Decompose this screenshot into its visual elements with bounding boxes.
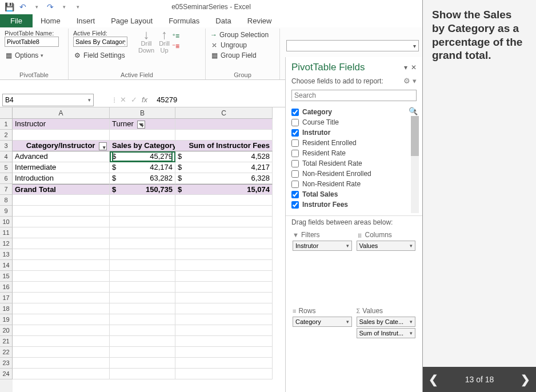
row-header-16[interactable]: 16	[0, 282, 13, 293]
cell-B10[interactable]	[110, 217, 175, 227]
row-header-19[interactable]: 19	[0, 314, 13, 325]
area-values[interactable]: ΣValues Sales by Cate...▾Sum of Instrut.…	[354, 305, 418, 392]
cell-A8[interactable]	[13, 195, 110, 206]
formula-input[interactable]	[152, 95, 253, 104]
pivot-fields-gear-icon[interactable]: ⚙ ▾	[403, 77, 417, 85]
tab-home[interactable]: Home	[33, 14, 69, 27]
row-header-24[interactable]: 24	[0, 369, 13, 379]
cell-B18[interactable]	[110, 303, 175, 314]
field-checkbox-5[interactable]	[291, 160, 299, 167]
cell-B9[interactable]	[110, 206, 175, 217]
field-item-4[interactable]: Resident Rate	[291, 148, 409, 158]
undo-icon[interactable]: ↶	[17, 1, 29, 13]
cell-B17[interactable]	[110, 293, 175, 303]
cell-A12[interactable]	[13, 238, 110, 249]
area-values-chip-0[interactable]: Sales by Cate...▾	[357, 317, 416, 327]
row-header-15[interactable]: 15	[0, 271, 13, 282]
cell-C22[interactable]	[175, 347, 273, 358]
tab-insert[interactable]: Insert	[69, 14, 103, 27]
active-field-input[interactable]	[73, 37, 127, 47]
cell-C12[interactable]	[175, 238, 273, 249]
expand-field-icon[interactable]: ⁺≡	[172, 32, 186, 40]
area-columns-chip-0[interactable]: Values▾	[357, 241, 416, 251]
field-checkbox-2[interactable]	[291, 129, 299, 137]
nav-next-button[interactable]: ❯	[521, 373, 530, 386]
area-filters-chip-0[interactable]: Instrutor▾	[293, 241, 352, 251]
cell-A9[interactable]	[13, 206, 110, 217]
cell-A14[interactable]	[13, 260, 110, 271]
row-header-18[interactable]: 18	[0, 303, 13, 314]
cell-A17[interactable]	[13, 293, 110, 303]
field-item-9[interactable]: Instrutor Fees	[291, 199, 409, 210]
row-header-14[interactable]: 14	[0, 260, 13, 271]
field-checkbox-8[interactable]	[291, 191, 299, 198]
row-header-12[interactable]: 12	[0, 238, 13, 249]
instructor-filter-button[interactable]	[137, 121, 145, 129]
tab-review[interactable]: Review	[239, 14, 280, 27]
enter-formula-icon[interactable]: ✓	[131, 95, 137, 104]
nav-prev-button[interactable]: ❮	[429, 373, 438, 386]
cell-C11[interactable]	[175, 227, 273, 238]
field-checkbox-7[interactable]	[291, 181, 299, 188]
field-item-5[interactable]: Total Resident Rate	[291, 158, 409, 169]
cell-A2[interactable]	[13, 130, 110, 141]
cell-A10[interactable]	[13, 217, 110, 227]
group-selection-button[interactable]: → Group Selection	[210, 30, 275, 40]
cell-B20[interactable]	[110, 325, 175, 336]
cell-C3[interactable]: Sum of Instructor Fees	[175, 141, 273, 151]
cell-B13[interactable]	[110, 249, 175, 260]
cell-B22[interactable]	[110, 347, 175, 358]
cell-C20[interactable]	[175, 325, 273, 336]
cell-A22[interactable]	[13, 347, 110, 358]
pivot-options-button[interactable]: ▦ Options ▾	[5, 50, 63, 61]
cell-B5[interactable]: $42,174	[110, 162, 175, 173]
area-values-chip-1[interactable]: Sum of Instrut...▾	[357, 328, 416, 338]
cell-C8[interactable]	[175, 195, 273, 206]
cell-C1[interactable]	[175, 119, 273, 130]
cell-B8[interactable]	[110, 195, 175, 206]
field-list-scrollbar[interactable]: ▴	[411, 116, 419, 213]
cell-A1[interactable]: Instructor	[13, 119, 110, 130]
scroll-thumb[interactable]	[411, 116, 419, 156]
cell-B12[interactable]	[110, 238, 175, 249]
col-header-c[interactable]: C	[175, 107, 273, 119]
cell-B14[interactable]	[110, 260, 175, 271]
cell-A5[interactable]: Intermediate	[13, 162, 110, 173]
cell-B1[interactable]: Turner	[110, 119, 175, 130]
save-icon[interactable]: 💾	[3, 1, 15, 13]
field-item-1[interactable]: Course Title	[291, 117, 409, 127]
field-item-8[interactable]: Total Sales	[291, 189, 409, 199]
cell-C18[interactable]	[175, 303, 273, 314]
name-box[interactable]: B4 ▾	[2, 94, 94, 106]
cell-C5[interactable]: $4,217	[175, 162, 273, 173]
cell-B23[interactable]	[110, 358, 175, 369]
row-header-4[interactable]: 4	[0, 151, 13, 162]
field-settings-button[interactable]: ⚙ Field Settings	[73, 50, 136, 61]
row-header-17[interactable]: 17	[0, 293, 13, 303]
row-header-11[interactable]: 11	[0, 227, 13, 238]
pivot-fields-dropdown-icon[interactable]: ▾	[404, 63, 407, 71]
cell-C6[interactable]: $6,328	[175, 173, 273, 184]
area-columns[interactable]: ⫼Columns Values▾	[354, 229, 418, 305]
field-item-0[interactable]: Category	[291, 107, 409, 117]
cell-C23[interactable]	[175, 358, 273, 369]
cancel-formula-icon[interactable]: ✕	[120, 95, 126, 104]
field-checkbox-6[interactable]	[291, 170, 299, 178]
cell-A4[interactable]: Advanced	[13, 151, 110, 162]
col-header-a[interactable]: A	[13, 107, 110, 119]
tab-file[interactable]: File	[0, 14, 33, 27]
cell-B15[interactable]	[110, 271, 175, 282]
tab-page-layout[interactable]: Page Layout	[103, 14, 161, 27]
cell-A16[interactable]	[13, 282, 110, 293]
area-rows-chip-0[interactable]: Category▾	[293, 317, 352, 327]
field-checkbox-3[interactable]	[291, 139, 299, 147]
cell-A21[interactable]	[13, 336, 110, 347]
field-checkbox-4[interactable]	[291, 150, 299, 157]
cell-A23[interactable]	[13, 358, 110, 369]
row-header-20[interactable]: 20	[0, 325, 13, 336]
ungroup-button[interactable]: ⤫ Ungroup	[210, 40, 275, 50]
cell-C17[interactable]	[175, 293, 273, 303]
pivot-fields-search-input[interactable]	[291, 90, 417, 101]
tab-data[interactable]: Data	[207, 14, 239, 27]
row-header-7[interactable]: 7	[0, 184, 13, 195]
